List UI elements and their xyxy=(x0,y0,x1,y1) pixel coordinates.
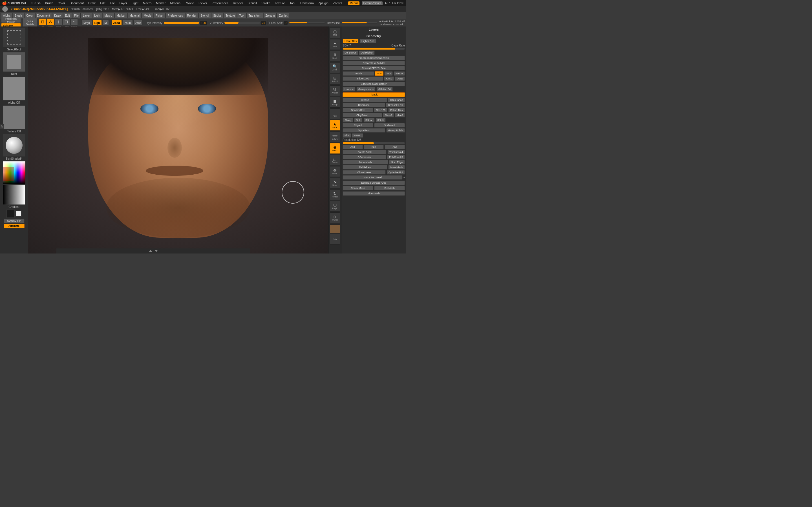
res128-btn[interactable]: Res 128 xyxy=(374,108,388,112)
stroke-btn[interactable]: Stroke xyxy=(211,13,223,18)
select-rect-item[interactable]: SelectRect xyxy=(1,27,27,51)
rgb-intensity-slider[interactable] xyxy=(163,22,200,24)
menu-draw[interactable]: Draw xyxy=(86,1,98,5)
menu-file[interactable]: File xyxy=(108,1,117,5)
rect-item[interactable]: Rect xyxy=(1,52,27,75)
rotate-btn[interactable] xyxy=(70,18,78,25)
max-btn[interactable]: Max 0 xyxy=(383,113,394,117)
menu-macro[interactable]: Macro xyxy=(141,1,154,5)
del-lower-btn[interactable]: Del Lower xyxy=(343,50,358,55)
polyf-btn[interactable]: ⬡ PolyF xyxy=(329,201,340,212)
actual-btn[interactable]: ⊞ Actual xyxy=(329,74,340,84)
project-btn[interactable]: Projec xyxy=(352,133,363,138)
menu-zscript[interactable]: Zscript xyxy=(331,1,344,5)
crisp-btn[interactable]: Crisp xyxy=(384,76,394,81)
gradient-item[interactable]: Gradient xyxy=(1,185,27,209)
check-mesh-btn[interactable]: Check Mesh xyxy=(343,186,373,190)
group-polish-btn[interactable]: Group Polish xyxy=(386,128,405,133)
add-btn[interactable]: Add xyxy=(343,145,363,149)
skin-shaded-item[interactable]: SkinShaded4 xyxy=(1,134,27,160)
menu-zbrush[interactable]: ZBrush xyxy=(29,1,42,5)
crease-lvl-btn[interactable]: CreaseLvl 15 xyxy=(386,103,405,107)
picker-btn[interactable]: Picker xyxy=(154,13,165,18)
focal-slider[interactable] xyxy=(289,22,325,24)
menu-render[interactable]: Render xyxy=(231,1,245,5)
dynamesh-btn[interactable]: DynaMesh xyxy=(343,128,386,133)
divide-btn[interactable]: Divide xyxy=(343,71,374,76)
menu-edit[interactable]: Edit xyxy=(98,1,107,5)
equalize-btn[interactable]: Equalize Surface Area xyxy=(343,180,405,185)
sharp-btn[interactable]: Sharp xyxy=(343,118,353,122)
gpolish-btn[interactable]: GPolish 50 xyxy=(376,87,393,92)
spix-btn[interactable]: ✦ SPix xyxy=(329,39,340,50)
move-icon-btn[interactable]: ✥ Move xyxy=(329,166,340,177)
zscript-btn[interactable]: Zscript xyxy=(277,13,289,18)
loops-btn[interactable]: Loops 4 xyxy=(343,87,356,92)
sdiv-slider[interactable] xyxy=(343,48,405,50)
scroll-up-btn[interactable] xyxy=(149,250,152,252)
color-picker[interactable] xyxy=(1,161,27,184)
edge-loop-btn[interactable]: Edge Loop xyxy=(343,76,383,81)
menu-zplugin[interactable]: Zplugin xyxy=(316,1,331,5)
fix-mesh-btn[interactable]: Fix Mesh xyxy=(374,186,405,190)
apple-icon[interactable]: 🍎 xyxy=(2,1,7,6)
reluv-btn[interactable]: RelUV xyxy=(394,71,405,76)
rgb-btn[interactable]: Rgb xyxy=(93,20,102,25)
material-btn[interactable]: Material xyxy=(128,13,142,18)
resolution-slider[interactable] xyxy=(343,142,405,144)
menu-document[interactable]: Document xyxy=(68,1,86,5)
spin-edge-btn[interactable]: Spin Edge xyxy=(389,160,405,165)
zsub-btn[interactable]: Zsub xyxy=(122,20,133,25)
zplugin-btn[interactable]: Zplugin xyxy=(264,13,277,18)
deep-btn[interactable]: Deep xyxy=(395,76,405,81)
move-btn[interactable] xyxy=(55,18,62,25)
menu-transform[interactable]: Transform xyxy=(298,1,316,5)
freeze-btn[interactable]: Freeze SubDivision Levels xyxy=(343,56,405,60)
scale-mode-btn[interactable] xyxy=(63,18,70,25)
surface0-btn[interactable]: Surface 0 xyxy=(374,123,405,128)
shadowbox-btn[interactable]: ShadowBox xyxy=(343,108,373,112)
canvas-area[interactable] xyxy=(28,26,328,253)
blur-btn[interactable]: Blur xyxy=(343,133,351,138)
polish10-btn[interactable]: Polish 10 ● xyxy=(388,108,405,112)
floor-btn[interactable]: ＋ Floor xyxy=(329,108,340,119)
sub-btn[interactable]: Sub xyxy=(364,145,384,149)
m-btn[interactable]: M xyxy=(102,20,109,25)
crease-btn[interactable]: Crease xyxy=(343,98,387,102)
local-btn[interactable]: ★ Local xyxy=(329,120,340,131)
menu-material[interactable]: Material xyxy=(168,1,183,5)
menus-button[interactable]: Menus xyxy=(348,1,359,5)
transform-btn[interactable]: Transform xyxy=(246,13,263,18)
layer-btn[interactable]: Layer xyxy=(81,13,92,18)
rshar-btn[interactable]: RShar xyxy=(363,118,375,122)
gxyz-btn[interactable]: ⊕ GXYz xyxy=(329,143,340,154)
smt-btn[interactable]: Smt xyxy=(375,71,384,76)
min-btn[interactable]: Min 0 xyxy=(395,113,405,117)
menu-stencil[interactable]: Stencil xyxy=(246,1,259,5)
tool-btn[interactable]: Tool xyxy=(237,13,246,18)
aahalf-btn[interactable]: ½ AAHalf xyxy=(329,86,340,96)
edit-mode-btn[interactable] xyxy=(39,18,46,25)
default-zscript[interactable]: DefaultZScript xyxy=(362,1,382,5)
groups-loops-btn[interactable]: GroupsLoops xyxy=(356,87,375,92)
marker-btn[interactable]: Marker xyxy=(114,13,127,18)
transp-btn[interactable]: ◇ Transp xyxy=(329,212,340,223)
bpr-btn[interactable]: ⬡ BPR xyxy=(329,27,340,38)
texture-btn[interactable]: Texture xyxy=(223,13,237,18)
frame-btn[interactable]: ⬚ Frame xyxy=(329,155,340,165)
zadd-btn[interactable]: Zadd xyxy=(111,20,122,25)
suv-btn[interactable]: Suv xyxy=(384,71,393,76)
triangle-btn[interactable]: Triangle xyxy=(343,93,405,97)
preferences-btn[interactable]: Preferences xyxy=(166,13,185,18)
claypolish-btn[interactable]: ClayPolish xyxy=(343,113,382,117)
color-btn[interactable]: Color xyxy=(24,13,35,18)
polycount-btn[interactable]: PolyCount 5 xyxy=(387,155,405,159)
close-holes-btn[interactable]: Close Holes xyxy=(343,170,386,175)
projection-master-btn[interactable]: Projection Master xyxy=(1,18,21,23)
higher-res-btn[interactable]: Higher Res xyxy=(359,39,376,43)
menu-light[interactable]: Light xyxy=(130,1,140,5)
optimize-poi-btn[interactable]: Optimize Poi xyxy=(387,170,405,175)
mirror-weld-btn[interactable]: Mirror And Weld xyxy=(343,175,403,180)
menu-tool[interactable]: Tool xyxy=(288,1,297,5)
file-btn[interactable]: File xyxy=(72,13,81,18)
